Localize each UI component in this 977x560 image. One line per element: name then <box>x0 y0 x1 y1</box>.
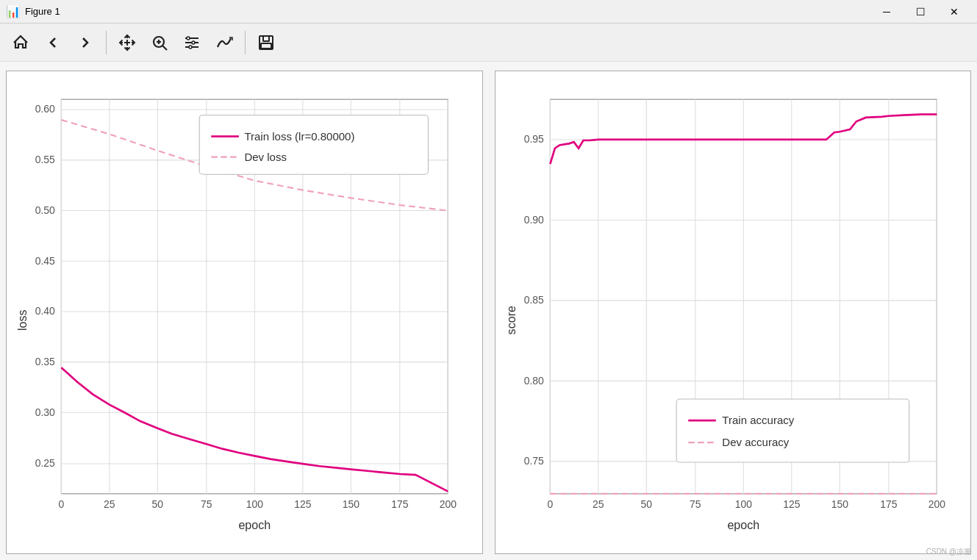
right-chart-area: score <box>503 79 961 546</box>
svg-text:175: 175 <box>391 498 409 510</box>
svg-text:50: 50 <box>640 498 652 510</box>
svg-text:Train accuracy: Train accuracy <box>722 414 794 426</box>
left-chart-area: loss <box>14 79 472 546</box>
window-title: Figure 1 <box>25 6 870 17</box>
maximize-button[interactable]: ☐ <box>903 0 937 24</box>
svg-point-9 <box>189 46 192 49</box>
right-chart-svg: score <box>503 79 961 546</box>
svg-text:0.85: 0.85 <box>523 294 543 306</box>
svg-text:125: 125 <box>783 498 801 510</box>
svg-text:Dev accuracy: Dev accuracy <box>722 436 789 448</box>
svg-text:0.80: 0.80 <box>523 375 543 387</box>
forward-button[interactable] <box>71 28 100 57</box>
svg-text:50: 50 <box>152 498 164 510</box>
watermark: CSDN @凉厘 <box>926 547 971 557</box>
toolbar-separator-1 <box>106 31 107 54</box>
zoom-button[interactable] <box>145 28 174 57</box>
home-button[interactable] <box>6 28 35 57</box>
title-bar: 📊 Figure 1 ─ ☐ ✕ <box>0 0 977 24</box>
svg-text:200: 200 <box>928 498 945 510</box>
right-y-label: score <box>504 306 518 334</box>
close-button[interactable]: ✕ <box>937 0 971 24</box>
settings-button[interactable] <box>177 28 207 57</box>
left-chart: loss <box>6 71 483 554</box>
svg-rect-49 <box>199 115 428 174</box>
svg-text:175: 175 <box>880 498 898 510</box>
toolbar-separator-2 <box>245 31 246 54</box>
edit-curves-button[interactable] <box>210 28 239 57</box>
left-chart-svg: loss <box>14 79 472 546</box>
svg-text:0.30: 0.30 <box>35 406 55 418</box>
svg-text:0.95: 0.95 <box>523 133 543 145</box>
svg-line-1 <box>163 46 168 50</box>
svg-rect-84 <box>676 399 909 462</box>
svg-text:75: 75 <box>690 498 701 510</box>
svg-text:25: 25 <box>104 498 115 510</box>
svg-text:0.60: 0.60 <box>35 103 55 115</box>
svg-text:0.25: 0.25 <box>35 457 55 469</box>
main-content: loss <box>0 62 977 560</box>
svg-text:Dev loss: Dev loss <box>244 151 287 163</box>
svg-rect-12 <box>261 43 271 49</box>
svg-point-8 <box>192 41 195 44</box>
svg-text:0.90: 0.90 <box>523 214 543 226</box>
save-button[interactable] <box>251 28 281 57</box>
toolbar <box>0 24 977 62</box>
svg-text:100: 100 <box>246 498 264 510</box>
svg-text:Train loss (lr=0.80000): Train loss (lr=0.80000) <box>244 130 354 143</box>
svg-text:200: 200 <box>440 498 457 510</box>
svg-text:150: 150 <box>343 498 360 510</box>
right-chart: score <box>495 71 972 554</box>
svg-text:epoch: epoch <box>238 518 271 531</box>
svg-text:0.45: 0.45 <box>35 255 55 267</box>
svg-text:0: 0 <box>59 498 65 510</box>
svg-text:epoch: epoch <box>727 518 759 531</box>
svg-text:150: 150 <box>831 498 848 510</box>
back-button[interactable] <box>38 28 68 57</box>
move-button[interactable] <box>112 28 142 57</box>
svg-text:0.75: 0.75 <box>523 455 543 467</box>
window-icon: 📊 <box>6 4 21 18</box>
svg-text:100: 100 <box>734 498 752 510</box>
svg-text:0.40: 0.40 <box>35 305 55 317</box>
svg-text:0.55: 0.55 <box>35 154 55 165</box>
svg-text:0: 0 <box>547 498 553 510</box>
title-bar-controls: ─ ☐ ✕ <box>870 0 971 24</box>
left-y-label: loss <box>15 309 29 331</box>
svg-text:0.50: 0.50 <box>35 204 55 216</box>
svg-text:25: 25 <box>593 498 604 510</box>
svg-text:125: 125 <box>294 498 312 510</box>
svg-point-7 <box>187 37 190 40</box>
svg-text:0.35: 0.35 <box>35 356 55 367</box>
minimize-button[interactable]: ─ <box>870 0 903 24</box>
svg-text:75: 75 <box>201 498 212 510</box>
svg-rect-11 <box>263 36 269 41</box>
